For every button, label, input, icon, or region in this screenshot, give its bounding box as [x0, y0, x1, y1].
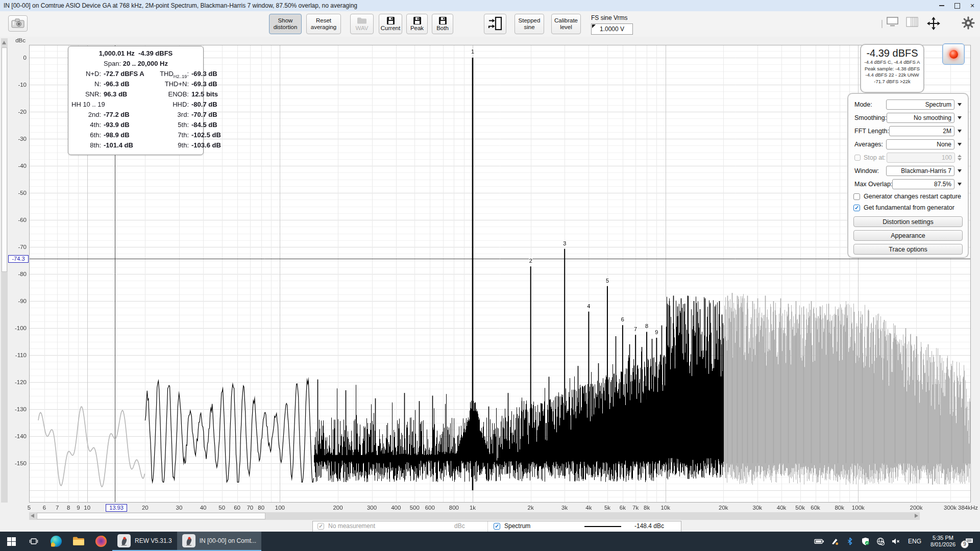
button-label: Both	[436, 25, 449, 32]
language-indicator[interactable]: ENG	[905, 538, 924, 545]
vertical-scrollbar[interactable]	[1, 38, 8, 503]
pan-zoom-button[interactable]	[926, 16, 941, 32]
windows-taskbar: REW V5.31.3 IN [00-00] on Comt... ENG 5:…	[0, 532, 980, 551]
firefox-taskbar-icon[interactable]	[90, 532, 112, 551]
measurement-unit-label: dBc	[454, 522, 465, 530]
metric-value: -98.9 dB	[104, 130, 151, 140]
horizontal-scrollbar[interactable]	[29, 512, 920, 520]
import-capture-button[interactable]	[484, 14, 506, 34]
taskbar-window-rew-main[interactable]: REW V5.31.3	[112, 532, 177, 551]
save-peak-button[interactable]: Peak	[406, 14, 428, 34]
metric-value: -103.6 dB	[191, 140, 230, 151]
cursor-frequency-readout[interactable]: 13.93	[106, 504, 127, 512]
metric-label: SNR:	[71, 89, 101, 99]
scroll-left-arrow[interactable]	[31, 514, 34, 518]
scroll-right-arrow[interactable]	[915, 514, 918, 518]
spinner-arrows[interactable]	[958, 155, 962, 161]
fs-sine-vrms-input[interactable]: 1.0000 V	[591, 23, 633, 35]
span-label: Span:	[104, 60, 121, 67]
monitor-icon	[886, 16, 899, 28]
battery-tray-icon[interactable]	[813, 532, 825, 551]
start-button[interactable]	[0, 532, 22, 551]
rew-application-window: IN [00-00] on Comtrue ASIO Device GA at …	[0, 0, 980, 551]
edge-taskbar-icon[interactable]	[45, 532, 67, 551]
chevron-down-icon	[958, 103, 962, 106]
metric-label: HHD:	[153, 99, 189, 110]
calibrate-level-button[interactable]: Calibrate level	[551, 14, 581, 34]
graph-window-button[interactable]	[886, 16, 899, 29]
save-both-button[interactable]: Both	[432, 14, 453, 34]
panel-value-dropdown[interactable]: No smoothing	[887, 113, 954, 123]
reset-averaging-button[interactable]: Reset averaging	[306, 14, 341, 34]
volume-tray-icon[interactable]	[890, 532, 902, 551]
floppy-disk-icon	[413, 17, 421, 24]
spectrum-trace-checkbox[interactable]: ✓	[494, 523, 500, 530]
panel-value-dropdown[interactable]: 87.5%	[892, 179, 954, 189]
metric-label: ENOB:	[153, 89, 189, 99]
notification-center-button[interactable]: 9	[962, 532, 977, 551]
distortion-metrics: N+D:-72.7 dBFS ATHDH2..19:-69.3 dBN:-96.…	[68, 69, 203, 151]
panel-label: Max Overlap:	[854, 181, 892, 188]
panel-label: FFT Length:	[854, 128, 889, 135]
save-current-button[interactable]: Current	[379, 14, 402, 34]
scroll-up-arrow[interactable]	[2, 41, 6, 44]
taskbar-window-label: REW V5.31.3	[135, 537, 172, 544]
maximize-button[interactable]	[949, 0, 965, 11]
input-level-detail: -4.4 dBFS 22 - 22k UNW	[861, 72, 923, 79]
network-tray-icon[interactable]	[874, 532, 887, 551]
title-bar: IN [00-00] on Comtrue ASIO Device GA at …	[0, 0, 980, 12]
chevron-down-icon	[958, 183, 962, 186]
spectrum-trace-value: -148.4 dBc	[634, 522, 664, 530]
settings-button[interactable]	[962, 16, 975, 31]
panel-value-dropdown[interactable]: 2M	[889, 126, 954, 136]
trace-options-button[interactable]: Trace options	[853, 244, 963, 255]
appearance-button[interactable]: Appearance	[853, 230, 963, 241]
floppy-disk-icon	[439, 17, 447, 24]
panel-value-dropdown[interactable]: Spectrum	[886, 99, 954, 110]
window-title: IN [00-00] on Comtrue ASIO Device GA at …	[0, 2, 357, 9]
panel-checkbox[interactable]: ✓	[853, 205, 860, 211]
metric-value: -69.3 dB	[191, 79, 230, 89]
panel-checkbox[interactable]	[853, 193, 860, 200]
chevron-down-icon	[958, 130, 962, 133]
minimize-button[interactable]	[934, 0, 949, 11]
clock[interactable]: 5:35 PM 8/01/2026	[927, 535, 959, 548]
metric-value	[104, 99, 151, 110]
panes-layout-button[interactable]	[905, 16, 919, 29]
info-row: 8th:-101.4 dB9th:-103.6 dB	[68, 140, 203, 151]
measurement-trace-checkbox[interactable]: ✓	[317, 523, 324, 530]
windows-security-tray-icon[interactable]	[859, 532, 871, 551]
info-row: 6th:-98.9 dB7th:-102.5 dB	[68, 130, 203, 140]
panel-value-dropdown[interactable]: 100	[887, 153, 955, 163]
taskbar-window-rew-spectrum[interactable]: IN [00-00] on Comt...	[177, 532, 261, 551]
stop-at-checkbox[interactable]	[854, 155, 861, 161]
show-distortion-button[interactable]: Show distortion	[269, 14, 302, 34]
panel-value-dropdown[interactable]: Blackman-Harris 7	[886, 166, 954, 176]
metric-label: HH 10 .. 19	[71, 99, 101, 110]
button-label: Current	[381, 25, 400, 32]
capture-graph-button[interactable]	[8, 15, 28, 32]
close-button[interactable]: ×	[965, 0, 980, 11]
fundamental-level: -4.39 dBFS	[138, 49, 173, 57]
button-label: Calibrate level	[554, 17, 578, 30]
span-line: Span: 20 .. 20,000 Hz	[68, 59, 203, 69]
vertical-scrollbar-thumb[interactable]	[2, 47, 7, 272]
distortion-settings-button[interactable]: Distortion settings	[853, 216, 963, 227]
file-explorer-taskbar-icon[interactable]	[67, 532, 90, 551]
task-view-button[interactable]	[22, 532, 45, 551]
info-row: 4th:-93.9 dB5th:-84.5 dB	[68, 120, 203, 130]
panel-check-row: ✓Get fundamental from generator	[848, 202, 968, 213]
pen-tray-icon[interactable]	[828, 532, 841, 551]
cursor-level-readout[interactable]: -74.3	[8, 255, 29, 263]
spectrum-trace-color-swatch	[584, 526, 621, 527]
save-wav-button[interactable]: WAV	[350, 14, 374, 34]
horizontal-scrollbar-thumb[interactable]	[37, 513, 265, 519]
record-button[interactable]	[942, 43, 965, 65]
panel-row-maxoverlap: Max Overlap:87.5%	[848, 178, 968, 191]
panel-value-dropdown[interactable]: None	[886, 139, 954, 149]
button-label: Show distortion	[274, 17, 298, 30]
spectrum-settings-panel: Mode:SpectrumSmoothing:No smoothingFFT L…	[847, 93, 969, 258]
stepped-sine-button[interactable]: Stepped sine	[514, 14, 544, 34]
bluetooth-tray-icon[interactable]	[844, 532, 856, 551]
metric-value: -101.4 dB	[104, 140, 151, 151]
